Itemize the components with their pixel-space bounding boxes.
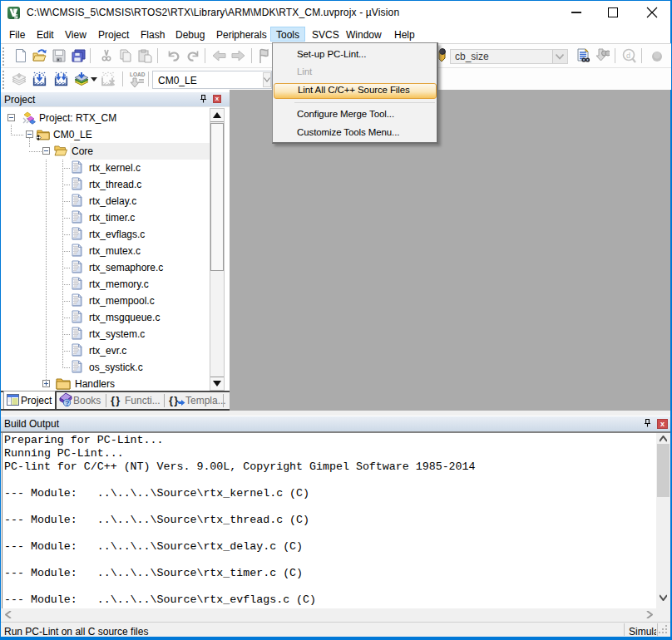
svg-text:LOAD: LOAD	[130, 71, 146, 77]
svg-text:d: d	[626, 52, 630, 60]
svg-text:?: ?	[65, 399, 69, 407]
